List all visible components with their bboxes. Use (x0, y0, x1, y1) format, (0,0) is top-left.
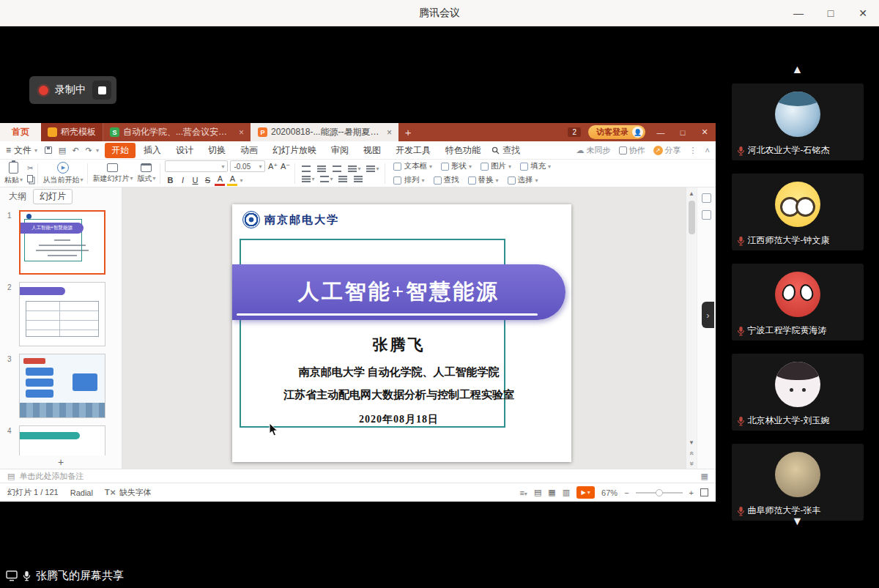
undo-icon[interactable]: ↶ (70, 146, 81, 155)
paste-button[interactable]: 粘贴▾ (4, 162, 23, 185)
new-slide-button[interactable]: 新建幻灯片▾ (92, 163, 133, 184)
previous-slide-icon[interactable]: « (689, 451, 694, 455)
find-menu[interactable]: 查找 (492, 144, 520, 157)
scroll-down-icon[interactable]: ▼ (689, 439, 694, 446)
underline-button[interactable]: U (190, 176, 200, 185)
align-left-button[interactable] (300, 164, 313, 172)
bold-button[interactable]: B (165, 176, 175, 185)
save-icon[interactable] (45, 146, 52, 154)
wps-doc-tab-sheet[interactable]: S 自动化学院、...营会议安排表 × (103, 123, 251, 141)
wps-doc-tab-presentation[interactable]: P 20200818-...能源--暑期夏令营 × (251, 123, 398, 141)
window-count-badge[interactable]: 2 (568, 127, 581, 137)
tab-close-icon[interactable]: × (239, 127, 244, 138)
tab-close-icon[interactable]: × (387, 127, 392, 138)
task-pane-icon[interactable] (702, 193, 711, 203)
zoom-slider[interactable] (636, 492, 683, 494)
more-icon[interactable]: ⋮ (689, 146, 697, 155)
menu-slideshow[interactable]: 幻灯片放映 (266, 143, 323, 158)
slide-thumbnail-1[interactable]: 1 人工智能+智慧能源 (0, 207, 122, 279)
missing-font-warning[interactable]: T⨯ 缺失字体 (105, 487, 152, 498)
italic-button[interactable]: I (177, 176, 188, 185)
participant-tile[interactable]: 河北农业大学-石铭杰 (732, 83, 864, 160)
normal-view-icon[interactable]: ≡▾ (519, 488, 527, 497)
select-button[interactable]: 选择▾ (504, 174, 542, 186)
new-tab-button[interactable]: + (398, 123, 418, 141)
menu-review[interactable]: 审阅 (324, 143, 355, 158)
zoom-in-icon[interactable]: + (689, 488, 694, 497)
wps-close-button[interactable]: ✕ (694, 123, 716, 141)
properties-pane-icon[interactable] (702, 210, 711, 220)
align-center-button[interactable] (315, 164, 328, 172)
highlight-color-button[interactable]: A (227, 174, 237, 185)
print-icon[interactable]: ▤ (56, 146, 68, 155)
notes-bar[interactable]: ▤ 单击此处添加备注 ▦ (0, 469, 716, 483)
slides-tab[interactable]: 幻灯片 (33, 189, 73, 204)
collaborate-button[interactable]: 协作 (619, 145, 645, 156)
grid-view-icon[interactable]: ▦ (548, 488, 555, 497)
share-button[interactable]: ↗分享 (653, 145, 681, 156)
slide-canvas[interactable]: 南京邮电大学 人工智能+智慧能源 张腾飞 南京邮电大学 自动化学院、人工智能学院… (122, 187, 686, 469)
collapse-participants-handle[interactable]: › (702, 302, 714, 328)
wps-docer-tab[interactable]: 稻壳模板 (41, 123, 103, 141)
participant-tile[interactable]: 曲阜师范大学-张丰 (732, 444, 864, 521)
fullscreen-icon[interactable] (700, 488, 708, 496)
increase-font-icon[interactable]: A⁺ (267, 162, 278, 171)
participant-tile[interactable]: 宁波工程学院黄海涛 (732, 264, 864, 340)
scroll-participants-down-icon[interactable]: ▼ (792, 515, 804, 528)
fill-button[interactable]: 填充▾ (516, 160, 555, 172)
file-menu[interactable]: ≡ 文件▾ (6, 144, 37, 157)
sync-status[interactable]: ☁未同步 (576, 145, 611, 156)
menu-view[interactable]: 视图 (357, 143, 387, 158)
notes-placeholder[interactable]: 单击此处添加备注 (19, 471, 84, 482)
close-button[interactable]: ✕ (847, 0, 879, 26)
scroll-up-icon[interactable]: ▲ (689, 187, 694, 197)
line-spacing-button[interactable]: ▾ (364, 164, 380, 172)
indent-decrease-button[interactable] (336, 174, 349, 182)
indent-increase-button[interactable] (352, 174, 365, 182)
notes-layout-icon[interactable]: ▦ (701, 472, 708, 481)
zoom-level[interactable]: 67% (601, 488, 617, 497)
zoom-out-icon[interactable]: − (624, 488, 628, 497)
menu-animation[interactable]: 动画 (234, 143, 264, 158)
slide-thumbnail-3[interactable]: 3 (0, 351, 122, 423)
menu-insert[interactable]: 插入 (137, 143, 168, 158)
guest-login-button[interactable]: 访客登录 👤 (588, 125, 645, 139)
outline-tab[interactable]: 大纲 (9, 190, 26, 203)
align-right-button[interactable] (330, 164, 344, 172)
slide-thumbnail-4[interactable]: 4 (0, 423, 122, 455)
reading-view-icon[interactable]: ▥ (563, 488, 570, 497)
participant-tile[interactable]: 北京林业大学-刘玉婉 (732, 354, 864, 431)
replace-button[interactable]: 替换▾ (464, 174, 502, 186)
next-slide-icon[interactable]: » (689, 461, 694, 466)
textbox-button[interactable]: 文本框▾ (390, 160, 436, 172)
add-slide-button[interactable]: + (0, 455, 122, 469)
menu-special[interactable]: 特色功能 (439, 143, 487, 158)
font-family-select[interactable]: ▾ (165, 160, 228, 172)
vertical-scrollbar[interactable]: ▲ ▼ « » (686, 187, 697, 469)
picture-button[interactable]: 图片▾ (477, 160, 515, 172)
decrease-font-icon[interactable]: A⁻ (280, 162, 290, 171)
play-from-current-button[interactable]: ▶ 从当前开始▾ (42, 162, 83, 185)
maximize-button[interactable]: □ (815, 0, 847, 26)
wps-minimize-button[interactable]: — (650, 123, 672, 141)
justify-button[interactable]: ▾ (346, 164, 362, 172)
cut-icon[interactable]: ✂ (27, 165, 33, 172)
scrollbar-thumb[interactable] (689, 201, 695, 234)
menu-design[interactable]: 设计 (169, 143, 200, 158)
stop-recording-button[interactable] (92, 81, 111, 100)
font-color-button[interactable]: A (215, 174, 225, 185)
slideshow-play-button[interactable]: ▶▾ (576, 486, 595, 499)
slide-thumbnail-2[interactable]: 2 (0, 279, 122, 351)
font-size-select[interactable]: -0.05▾ (230, 160, 265, 172)
copy-icon[interactable] (27, 175, 33, 182)
participant-tile[interactable]: 江西师范大学-钟文康 (732, 174, 864, 250)
arrange-button[interactable]: 排列▾ (390, 174, 428, 186)
bullets-button[interactable]: ▾ (300, 174, 316, 182)
layout-button[interactable]: 版式▾ (137, 163, 155, 184)
minimize-button[interactable]: — (782, 0, 815, 26)
font-more-caret-icon[interactable]: ▾ (240, 177, 242, 184)
wps-restore-button[interactable]: □ (672, 123, 694, 141)
quick-access-caret-icon[interactable]: ▾ (96, 147, 99, 154)
shapes-button[interactable]: 形状▾ (437, 160, 475, 172)
menu-home[interactable]: 开始 (105, 143, 136, 158)
